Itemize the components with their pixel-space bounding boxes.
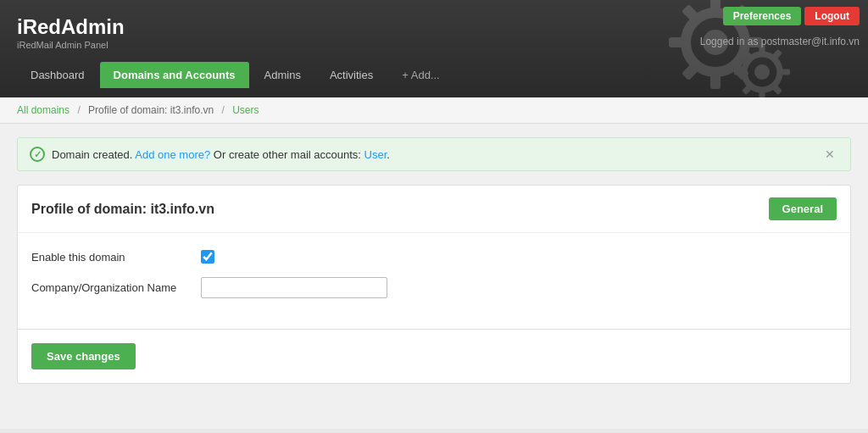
nav-dashboard[interactable]: Dashboard bbox=[17, 62, 98, 88]
nav-add[interactable]: + Add... bbox=[388, 62, 453, 88]
nav-admins[interactable]: Admins bbox=[251, 62, 314, 88]
svg-rect-3 bbox=[710, 70, 721, 89]
svg-rect-15 bbox=[734, 69, 745, 75]
alert-user-link[interactable]: User bbox=[364, 148, 387, 161]
breadcrumb-sep1: / bbox=[77, 104, 80, 116]
alert-or-text: Or create other mail accounts: bbox=[214, 148, 361, 161]
alert-success: Domain created. Add one more? Or create … bbox=[17, 137, 851, 171]
profile-box: Profile of domain: it3.info.vn General E… bbox=[17, 185, 851, 384]
svg-point-11 bbox=[754, 64, 770, 80]
company-name-input[interactable] bbox=[201, 277, 387, 298]
save-changes-button[interactable]: Save changes bbox=[31, 343, 136, 369]
preferences-button[interactable]: Preferences bbox=[723, 7, 802, 25]
svg-rect-14 bbox=[779, 69, 790, 75]
enable-domain-label: Enable this domain bbox=[31, 251, 201, 264]
svg-rect-13 bbox=[759, 89, 765, 97]
check-icon bbox=[30, 147, 45, 162]
alert-period: . bbox=[387, 148, 390, 161]
logged-in-text: Logged in as postmaster@it.info.vn bbox=[700, 36, 860, 47]
breadcrumb-profile: Profile of domain: it3.info.vn bbox=[88, 104, 214, 116]
logout-button[interactable]: Logout bbox=[804, 7, 860, 25]
profile-body: Enable this domain Company/Organization … bbox=[18, 233, 850, 329]
nav-activities[interactable]: Activities bbox=[316, 62, 387, 88]
profile-footer: Save changes bbox=[18, 329, 850, 383]
profile-header: Profile of domain: it3.info.vn General bbox=[18, 186, 850, 233]
profile-title: Profile of domain: it3.info.vn bbox=[31, 202, 214, 217]
form-row-enable-domain: Enable this domain bbox=[31, 250, 837, 264]
enable-domain-checkbox[interactable] bbox=[201, 250, 214, 264]
alert-close-button[interactable]: ✕ bbox=[821, 147, 838, 161]
svg-rect-2 bbox=[710, 0, 721, 14]
form-row-company-name: Company/Organization Name bbox=[31, 277, 837, 298]
breadcrumb: All domains / Profile of domain: it3.inf… bbox=[0, 97, 868, 124]
nav-domains-accounts[interactable]: Domains and Accounts bbox=[100, 62, 249, 88]
general-button[interactable]: General bbox=[769, 197, 837, 220]
header-actions: Preferences Logout bbox=[723, 7, 860, 25]
alert-add-more-link[interactable]: Add one more? bbox=[135, 148, 210, 161]
alert-content: Domain created. Add one more? Or create … bbox=[30, 147, 390, 162]
alert-message-prefix: Domain created. bbox=[52, 148, 132, 161]
alert-text: Domain created. Add one more? Or create … bbox=[52, 148, 390, 161]
breadcrumb-all-domains[interactable]: All domains bbox=[17, 104, 70, 116]
breadcrumb-sep2: / bbox=[221, 104, 224, 116]
breadcrumb-users[interactable]: Users bbox=[232, 104, 259, 116]
company-name-label: Company/Organization Name bbox=[31, 281, 201, 294]
footer: © iRedMail | Support bbox=[0, 429, 868, 433]
content-area: Domain created. Add one more? Or create … bbox=[0, 124, 868, 429]
svg-rect-5 bbox=[669, 37, 687, 47]
header: Preferences Logout iRedAdmin iRedMail Ad… bbox=[0, 0, 868, 97]
